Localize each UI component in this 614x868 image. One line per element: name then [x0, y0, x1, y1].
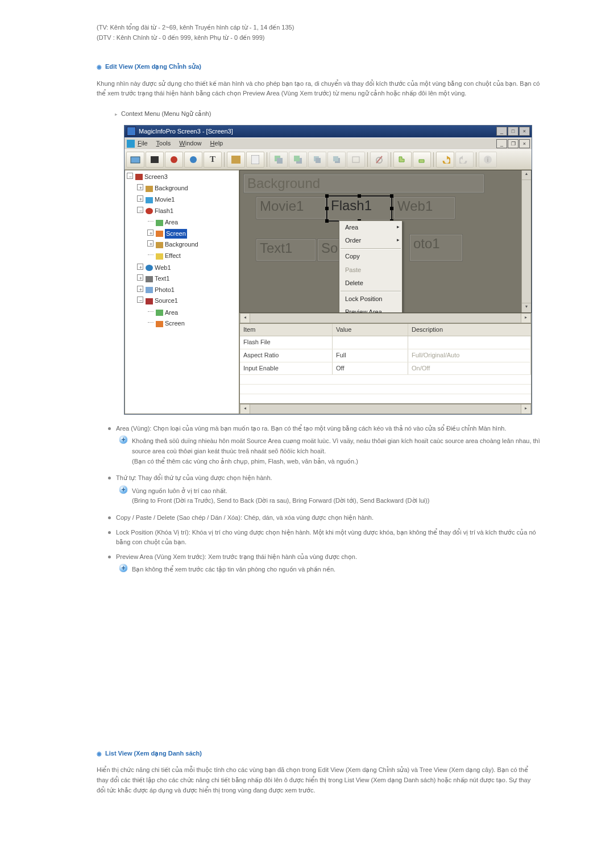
- prop-row-input[interactable]: Input EnableOffOn/Off: [240, 362, 531, 375]
- tree-screen3[interactable]: −Screen3 +Background +Movie1 −Flash1 Are…: [127, 172, 239, 331]
- list-view-heading: List View (Xem dạng Danh sách): [97, 749, 540, 759]
- tool-photo-icon[interactable]: [126, 152, 144, 168]
- ctx-order[interactable]: Order: [339, 234, 402, 248]
- canvas-vscrollbar[interactable]: ▴ ▾: [521, 170, 531, 312]
- tool-forward-icon[interactable]: [308, 152, 326, 168]
- tree-flash-effect[interactable]: Effect: [148, 251, 239, 262]
- tree-flash1[interactable]: −Flash1 Area +Screen +Background Effect: [138, 206, 239, 262]
- intro-tv-note: (TV: Kênh tổng đài từ - 2~69, kênh Truyề…: [97, 23, 540, 33]
- tool-office-icon[interactable]: [246, 152, 264, 168]
- tree-flash-bg2[interactable]: +Background: [148, 239, 239, 251]
- tool-source-icon[interactable]: [227, 152, 245, 168]
- prop-row-aspect[interactable]: Aspect RatioFullFull/Original/Auto: [240, 349, 531, 362]
- tree-flash-area[interactable]: Area: [148, 217, 239, 228]
- tool-text-icon[interactable]: T: [204, 152, 222, 168]
- region-text1[interactable]: Text1: [256, 239, 316, 261]
- context-menu: Area Order Copy Paste Delete Lock Positi…: [339, 220, 403, 313]
- edit-view-heading: Edit View (Xem dạng Chỉnh sửa): [97, 62, 540, 72]
- menu-window[interactable]: Window: [179, 140, 201, 147]
- maximize-button[interactable]: □: [508, 127, 518, 136]
- tool-web-icon[interactable]: [184, 152, 202, 168]
- region-web1[interactable]: Web1: [393, 197, 455, 219]
- child-restore-button[interactable]: ❐: [508, 139, 518, 148]
- ctx-copy[interactable]: Copy: [339, 250, 402, 264]
- bullet-area: Area (Vùng): Chọn loại của vùng mà bạn m…: [108, 424, 540, 473]
- svg-rect-14: [352, 157, 359, 162]
- note-order-1: Vùng nguồn luôn ở vị trí cao nhất. (Brin…: [119, 485, 540, 507]
- canvas-area[interactable]: Background Movie1 Flash1 Web1 Text1 So o…: [239, 170, 532, 313]
- menu-file[interactable]: FFileile: [138, 140, 148, 147]
- svg-rect-4: [231, 156, 240, 164]
- menu-tools[interactable]: Tools: [156, 140, 171, 147]
- tree-src-screen[interactable]: Screen: [148, 318, 239, 329]
- tool-backward-icon[interactable]: [327, 152, 346, 168]
- grid-hscrollbar[interactable]: ◂▸: [239, 404, 532, 414]
- ctx-area[interactable]: Area: [339, 221, 402, 235]
- ctx-preview[interactable]: Preview Area: [339, 306, 402, 312]
- tree-movie1[interactable]: +Movie1: [138, 194, 239, 206]
- app-icon: [127, 127, 136, 136]
- svg-point-2: [171, 156, 177, 163]
- ctx-paste: Paste: [339, 264, 402, 277]
- tool-bring-front-icon[interactable]: [269, 152, 288, 168]
- menu-help[interactable]: Help: [210, 140, 223, 147]
- tool-zoom-in-icon[interactable]: [393, 152, 412, 168]
- canvas-hscrollbar[interactable]: ◂▸: [239, 313, 532, 323]
- region-flash1[interactable]: Flash1: [326, 195, 392, 222]
- tool-flash-icon[interactable]: [165, 152, 183, 168]
- tree-flash-screen[interactable]: +Screen: [148, 228, 239, 240]
- toolbar: T i: [125, 149, 532, 170]
- bullet-order: Thứ tự: Thay đổi thứ tự của vùng được ch…: [108, 473, 540, 513]
- svg-text:i: i: [487, 156, 488, 163]
- ctx-lock[interactable]: Lock Position: [339, 293, 402, 306]
- ctx-delete[interactable]: Delete: [339, 277, 402, 290]
- region-background[interactable]: Background: [243, 174, 484, 193]
- region-movie1[interactable]: Movie1: [256, 197, 326, 219]
- tool-movie-icon[interactable]: [146, 152, 164, 168]
- property-grid: Item Value Description Flash File Aspect…: [239, 323, 532, 404]
- svg-rect-11: [316, 158, 321, 163]
- tree-source1[interactable]: −Source1 Area Screen: [138, 295, 239, 330]
- bullet-copy: Copy / Paste / Delete (Sao chép / Dán / …: [108, 513, 540, 528]
- tool-zoom-out-icon[interactable]: [413, 152, 431, 168]
- context-menu-heading: Context Menu (Menu Ngữ cảnh): [115, 109, 540, 119]
- tree-web1[interactable]: +Web1: [138, 262, 239, 274]
- svg-rect-7: [277, 158, 283, 164]
- tool-undo-icon[interactable]: [436, 152, 454, 168]
- intro-dtv-note: (DTV : Kênh Chính từ - 0 đến 999, kênh P…: [97, 33, 540, 43]
- svg-rect-5: [251, 155, 259, 164]
- bullet-preview: Preview Area (Vùng Xem trước): Xem trước…: [108, 552, 540, 582]
- app-screenshot: MagicInfoPro Screen3 - [Screen3] _ □ × F…: [124, 125, 532, 415]
- tree-photo1[interactable]: +Photo1: [138, 285, 239, 296]
- tool-redo-icon[interactable]: [455, 152, 474, 168]
- svg-rect-1: [151, 156, 159, 163]
- tree-text1[interactable]: +Text1: [138, 273, 239, 285]
- note-preview-1: Bạn không thể xem trước các tập tin văn …: [119, 564, 540, 576]
- child-close-button[interactable]: ×: [519, 139, 530, 148]
- window-title-bar: MagicInfoPro Screen3 - [Screen3] _ □ ×: [125, 126, 532, 138]
- tree-src-area[interactable]: Area: [148, 307, 239, 319]
- tool-lock-icon[interactable]: [370, 152, 388, 168]
- close-button[interactable]: ×: [519, 127, 530, 136]
- tree-pane: −Screen3 +Background +Movie1 −Flash1 Are…: [125, 170, 239, 414]
- edit-view-desc: Khung nhìn này được sử dụng cho thiết kế…: [97, 79, 540, 99]
- svg-point-3: [190, 156, 197, 163]
- svg-rect-13: [333, 156, 338, 161]
- col-desc: Description: [408, 324, 531, 336]
- svg-rect-9: [294, 156, 300, 161]
- tool-align-icon[interactable]: [347, 152, 365, 168]
- doc-icon: [127, 140, 135, 148]
- bullet-lock: Lock Position (Khóa Vị trí): Khóa vị trí…: [108, 528, 540, 552]
- tool-send-back-icon[interactable]: [289, 152, 307, 168]
- col-value: Value: [333, 324, 408, 336]
- col-item: Item: [240, 324, 333, 336]
- child-minimize-button[interactable]: _: [496, 139, 507, 148]
- tool-info-icon[interactable]: i: [479, 152, 497, 168]
- prop-row-flashfile[interactable]: Flash File: [240, 336, 531, 349]
- note-area-1: Khoâng theå söû duïng nhieàu hôn moät So…: [119, 435, 540, 468]
- svg-rect-0: [131, 157, 140, 163]
- minimize-button[interactable]: _: [496, 127, 507, 136]
- window-title: MagicInfoPro Screen3 - [Screen3]: [139, 127, 233, 137]
- tree-background[interactable]: +Background: [138, 183, 239, 194]
- region-oto1[interactable]: oto1: [409, 234, 463, 261]
